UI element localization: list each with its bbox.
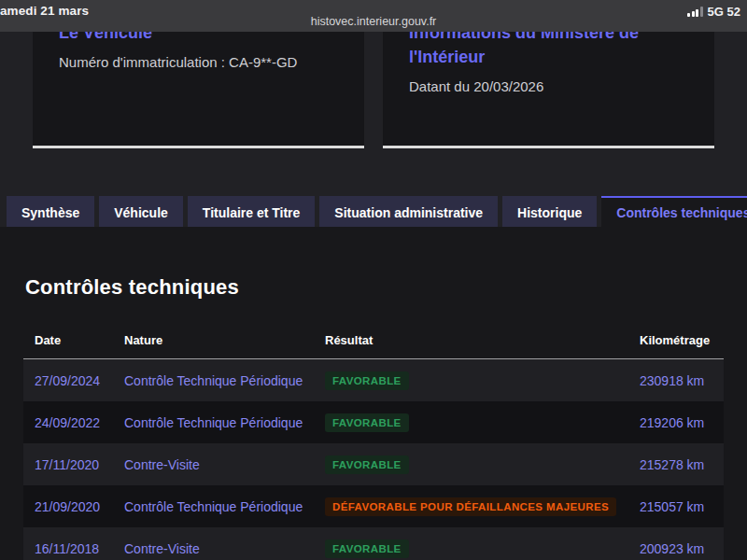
ministry-info-card: Informations du Ministère de l'Intérieur… [383,11,714,148]
browser-chrome: amedi 21 mars histovec.interieur.gouv.fr… [0,0,747,32]
table-row: 24/09/2022Contrôle Technique PériodiqueF… [23,401,724,443]
cell-date: 24/09/2022 [35,415,124,430]
cell-nature: Contrôle Technique Périodique [124,373,325,388]
cell-result: FAVORABLE [325,539,640,558]
tab-bar: SynthèseVéhiculeTitulaire et TitreSituat… [7,196,747,227]
ministry-info-card-date: Datant du 20/03/2026 [409,78,688,95]
status-right: 5G 52 [687,4,747,19]
cell-date: 21/09/2020 [35,499,124,514]
result-badge: FAVORABLE [325,371,409,390]
table-header-row: DateNatureRésultatKilométrage [23,322,724,359]
controles-techniques-panel: Contrôles techniques DateNatureRésultatK… [0,227,747,560]
cell-nature: Contrôle Technique Périodique [124,415,325,430]
cell-kilometrage: 230918 km [640,373,712,388]
result-badge: FAVORABLE [325,413,409,432]
cell-date: 16/11/2018 [35,541,124,556]
table-row: 17/11/2020Contre-VisiteFAVORABLE215278 k… [23,443,724,485]
cell-kilometrage: 215278 km [640,457,712,472]
vehicle-card: Le Véhicule Numéro d'immatriculation : C… [33,11,364,148]
cell-date: 17/11/2020 [35,457,124,472]
cell-kilometrage: 200923 km [640,541,712,556]
column-header: Date [35,333,124,347]
column-header: Kilométrage [640,333,712,347]
tab-historique[interactable]: Historique [502,196,597,227]
cell-date: 27/09/2024 [35,373,124,388]
cell-kilometrage: 215057 km [640,499,712,514]
tab-controles-techniques[interactable]: Contrôles techniques [601,196,747,227]
summary-cards: Le Véhicule Numéro d'immatriculation : C… [33,11,714,148]
section-title: Contrôles techniques [25,275,747,300]
cellular-signal-icon [687,7,703,17]
cell-result: DÉFAVORABLE POUR DÉFAILLANCES MAJEURES [325,497,640,516]
url-bar[interactable]: histovec.interieur.gouv.fr [0,15,747,28]
table-row: 27/09/2024Contrôle Technique PériodiqueF… [23,359,724,401]
table-body: 27/09/2024Contrôle Technique PériodiqueF… [23,359,724,560]
cell-result: FAVORABLE [325,371,640,390]
vehicle-card-registration: Numéro d'immatriculation : CA-9**-GD [59,54,338,71]
tab-synthese[interactable]: Synthèse [7,196,94,227]
column-header: Résultat [325,333,640,347]
result-badge: DÉFAVORABLE POUR DÉFAILLANCES MAJEURES [325,497,616,516]
cell-nature: Contre-Visite [124,457,325,472]
result-badge: FAVORABLE [325,455,409,474]
cell-kilometrage: 219206 km [640,415,712,430]
cell-result: FAVORABLE [325,413,640,432]
cell-nature: Contrôle Technique Périodique [124,499,325,514]
cell-nature: Contre-Visite [124,541,325,556]
cell-result: FAVORABLE [325,455,640,474]
column-header: Nature [124,333,325,347]
network-status: 5G 52 [708,5,740,19]
tab-titulaire-et-titre[interactable]: Titulaire et Titre [188,196,316,227]
tab-vehicule[interactable]: Véhicule [99,196,183,227]
table-row: 16/11/2018Contre-VisiteFAVORABLE200923 k… [23,527,724,560]
tab-situation-administrative[interactable]: Situation administrative [319,196,498,227]
table-row: 21/09/2020Contrôle Technique PériodiqueD… [23,485,724,527]
result-badge: FAVORABLE [325,539,409,558]
inspections-table: DateNatureRésultatKilométrage 27/09/2024… [23,322,724,560]
